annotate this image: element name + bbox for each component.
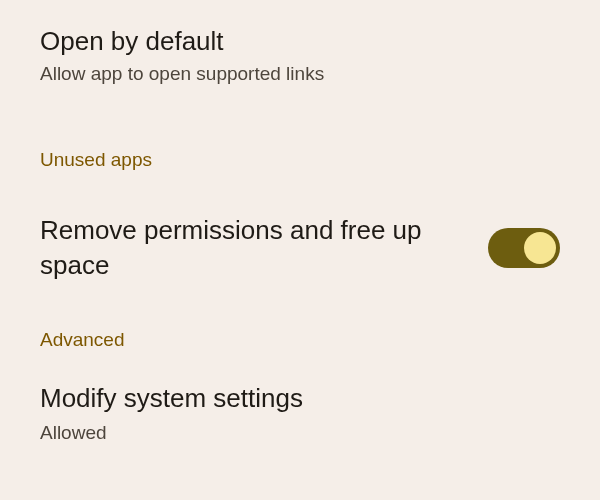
remove-permissions-text: Remove permissions and free up space xyxy=(40,213,488,283)
section-header-unused-apps: Unused apps xyxy=(0,111,600,171)
open-by-default-row[interactable]: Open by default Allow app to open suppor… xyxy=(0,0,600,111)
toggle-thumb xyxy=(524,232,556,264)
modify-system-title: Modify system settings xyxy=(40,381,560,416)
section-header-advanced: Advanced xyxy=(0,283,600,351)
remove-permissions-title: Remove permissions and free up space xyxy=(40,213,440,283)
open-by-default-subtitle: Allow app to open supported links xyxy=(40,63,560,85)
open-by-default-text: Open by default Allow app to open suppor… xyxy=(40,24,560,85)
modify-system-row[interactable]: Modify system settings Allowed xyxy=(0,351,600,444)
open-by-default-title: Open by default xyxy=(40,24,560,59)
modify-system-subtitle: Allowed xyxy=(40,422,560,444)
remove-permissions-toggle[interactable] xyxy=(488,228,560,268)
remove-permissions-row[interactable]: Remove permissions and free up space xyxy=(0,171,600,283)
